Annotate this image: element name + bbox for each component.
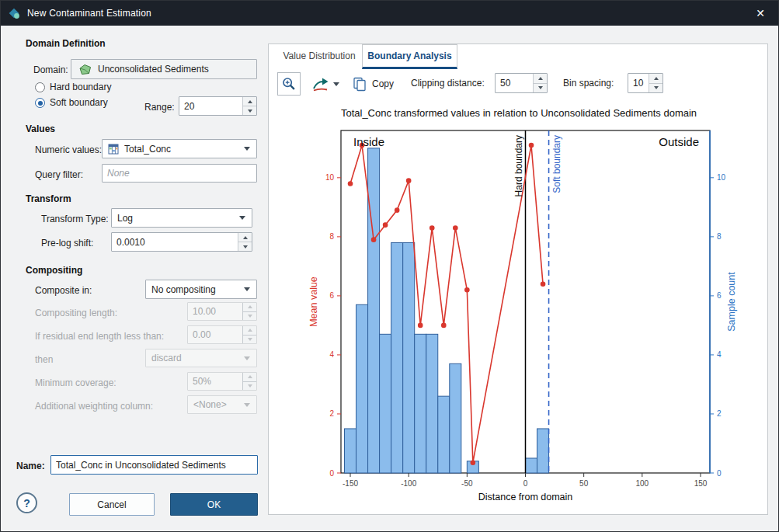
clipping-distance-spinbox[interactable] [495,73,548,93]
compositing-length-spinbox [187,302,257,321]
help-button[interactable]: ? [16,492,37,513]
spin-up [243,326,256,335]
clipping-distance-label: Clipping distance: [411,78,485,89]
histogram-bar [537,429,549,473]
magnifier-icon [280,75,297,92]
soft-boundary-label: Soft boundary [551,135,562,193]
ok-button[interactable]: OK [170,493,258,516]
soft-boundary-radio[interactable]: Soft boundary [35,98,108,108]
histogram-bar [368,148,380,473]
tab-boundary-analysis[interactable]: Boundary Analysis [362,44,457,69]
composite-in-dropdown[interactable]: No compositing [145,280,257,299]
title-bar[interactable]: New Contaminant Estimation ✕ [1,1,778,26]
x-axis-label: Distance from domain [478,492,573,502]
query-filter-label: Query filter: [35,169,83,180]
left-tick-label: 6 [329,291,334,300]
compositing-header: Compositing [26,265,82,276]
histogram-bar [345,429,356,473]
numeric-column-icon [108,144,119,155]
minimum-coverage-input [188,373,242,390]
name-input[interactable] [51,456,257,474]
left-tick-label: 0 [329,469,334,478]
bin-spacing-spinbox[interactable] [628,73,663,93]
minimum-coverage-spinbox [187,372,257,391]
range-spin-up[interactable] [243,97,256,106]
x-tick-label: -100 [401,479,416,488]
bin-spacing-input[interactable] [628,74,649,92]
range-spin-down[interactable] [243,106,256,115]
chevron-down-icon [244,356,250,360]
spin-down [243,335,256,344]
clipping-spin-down[interactable] [534,83,547,93]
bin-spin-down[interactable] [649,83,662,93]
histogram-bar [526,458,537,473]
weighting-column-value: <None> [193,399,227,410]
name-field[interactable] [50,455,258,475]
mean-point [383,222,388,228]
query-filter-input[interactable] [103,165,256,182]
close-icon[interactable]: ✕ [742,1,778,26]
prelog-shift-input[interactable] [112,233,238,251]
domain-mesh-icon [78,64,92,75]
cancel-button[interactable]: Cancel [69,493,155,516]
mean-point [371,237,377,242]
chevron-down-icon [333,82,339,86]
chevron-down-icon [239,216,245,220]
histogram-bar [356,304,368,473]
mean-point [464,287,470,293]
clipping-distance-input[interactable] [496,74,533,92]
mean-point [348,181,353,186]
transform-type-label: Transform Type: [41,214,109,224]
app-icon [8,7,21,20]
numeric-values-dropdown[interactable]: Total_Conc [102,139,257,158]
x-tick-label: 100 [635,479,649,488]
mean-point [529,143,534,148]
left-tick-label: 8 [329,232,334,241]
numeric-values-value: Total_Conc [124,144,171,155]
right-tick-label: 8 [717,232,722,241]
right-tick-label: 6 [717,291,722,300]
query-filter-field[interactable] [102,164,257,183]
values-header: Values [26,123,55,134]
domain-definition-header: Domain Definition [26,38,106,49]
radio-circle [35,82,45,92]
hard-boundary-radio[interactable]: Hard boundary [35,82,111,92]
zoom-button[interactable] [277,72,301,96]
range-input[interactable] [179,97,242,115]
chart-title: Total_Conc transformed values in relatio… [275,107,763,119]
residual-length-spinbox [187,325,257,344]
bin-spin-up[interactable] [649,74,662,83]
prelog-spin-down[interactable] [238,242,252,251]
compositing-length-input [188,303,242,320]
then-value: discard [151,353,182,363]
prelog-spin-up[interactable] [238,233,252,242]
prelog-shift-label: Pre-log shift: [41,238,93,249]
histogram-bar [438,396,450,473]
domain-button[interactable]: Unconsolidated Sediments [71,59,257,79]
numeric-values-label: Numeric values: [35,144,102,155]
mean-point [395,207,400,213]
range-label: Range: [144,102,175,113]
chevron-down-icon [244,287,250,291]
clipping-spin-up[interactable] [534,74,547,83]
copy-button[interactable]: Copy [345,72,401,96]
then-dropdown: discard [145,349,257,367]
boundary-analysis-chart: -150-100-5005010015002468100246810Inside… [269,124,769,513]
right-tick-label: 0 [717,469,722,478]
inside-label: Inside [353,135,384,148]
export-button[interactable] [309,72,342,96]
left-tick-label: 4 [329,350,334,359]
prelog-shift-spinbox[interactable] [111,232,252,252]
radio-circle-selected [35,98,45,108]
tab-value-distribution[interactable]: Value Distribution [278,44,360,68]
histogram-bar [415,334,426,473]
range-spinbox[interactable] [179,96,257,116]
histogram-bar [380,334,391,473]
spin-down [243,381,256,391]
mean-point [453,225,458,231]
transform-type-dropdown[interactable]: Log [111,208,252,228]
right-tick-label: 10 [717,173,726,182]
mean-point [418,323,423,329]
bin-spacing-label: Bin spacing: [563,78,614,89]
histogram-bar [450,363,461,473]
